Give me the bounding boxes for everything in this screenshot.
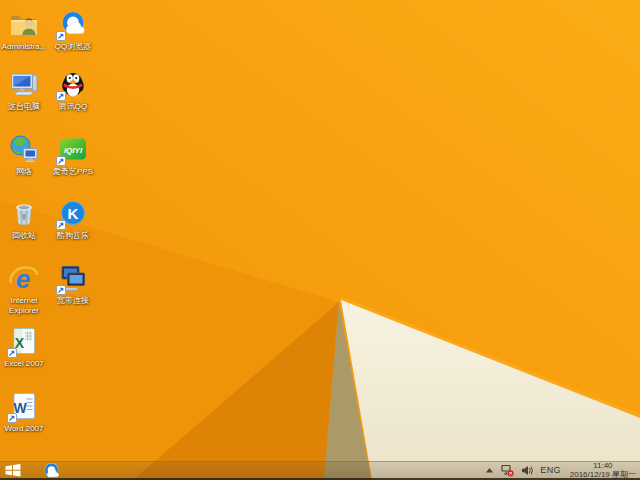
desktop-icon-internet-explorer[interactable]: e Internet Explorer [0,262,51,316]
desktop-icon-excel-2007[interactable]: X Excel 2007 [0,325,51,369]
icon-label: 酷狗音乐 [46,231,100,241]
svg-text:e: e [16,264,30,294]
icon-label: 这台电脑 [0,102,51,112]
desktop-icon-recycle-bin[interactable]: 回收站 [0,197,51,241]
network-disconnected-icon [501,464,514,477]
desktop-icon-tencent-qq[interactable]: 腾讯QQ [46,68,100,112]
clock-time: 11:40 [570,461,636,470]
svg-text:K: K [68,205,79,222]
taskbar-qq-browser-button[interactable] [40,461,62,479]
desktop-icon-this-pc[interactable]: 这台电脑 [0,68,51,112]
shortcut-arrow-icon [7,348,17,358]
recycle-bin-icon [8,197,40,229]
shortcut-arrow-icon [56,285,66,295]
icon-label: Administra... [0,42,51,52]
taskbar: ENG 11:40 2016/12/19 星期一 [0,461,640,480]
icon-label: Internet Explorer [0,296,51,316]
shortcut-arrow-icon [56,220,66,230]
desktop: Administra... 这台电脑 [0,0,640,480]
shortcut-arrow-icon [56,91,66,101]
system-tray: ENG 11:40 2016/12/19 星期一 [485,461,636,479]
shortcut-arrow-icon [56,31,66,41]
windows-logo-icon [5,463,21,477]
qq-browser-icon [42,461,61,480]
clock[interactable]: 11:40 2016/12/19 星期一 [568,461,636,479]
network-status-button[interactable] [501,464,514,477]
icon-label: Word 2007 [0,424,51,434]
icon-label: 宽带连接 [46,296,100,306]
shortcut-arrow-icon [7,413,17,423]
desktop-icon-word-2007[interactable]: W Word 2007 [0,390,51,434]
desktop-icon-iqiyi-pps[interactable]: iQIYI 爱奇艺PPS [46,133,100,177]
administrator-folder-icon [8,8,40,40]
chevron-up-icon [485,467,494,474]
start-button[interactable] [5,462,27,478]
desktop-icon-administrator[interactable]: Administra... [0,8,51,52]
icon-label: 爱奇艺PPS [46,167,100,177]
network-icon [8,133,40,165]
show-hidden-icons-button[interactable] [485,467,494,474]
internet-explorer-icon: e [8,262,40,294]
this-pc-icon [8,68,40,100]
shortcut-arrow-icon [56,156,66,166]
icon-label: 腾讯QQ [46,102,100,112]
desktop-icon-network[interactable]: 网络 [0,133,51,177]
desktop-icon-kugou-music[interactable]: K 酷狗音乐 [46,197,100,241]
icon-label: QQ浏览器 [46,42,100,52]
desktop-icon-qq-browser[interactable]: QQ浏览器 [46,8,100,52]
speaker-icon [521,465,533,476]
svg-text:iQIYI: iQIYI [64,146,83,155]
desktop-icon-broadband[interactable]: 宽带连接 [46,262,100,306]
language-indicator[interactable]: ENG [540,465,560,475]
clock-date: 2016/12/19 星期一 [570,470,636,479]
volume-button[interactable] [521,465,533,476]
icon-label: 回收站 [0,231,51,241]
icon-label: 网络 [0,167,51,177]
icon-label: Excel 2007 [0,359,51,369]
